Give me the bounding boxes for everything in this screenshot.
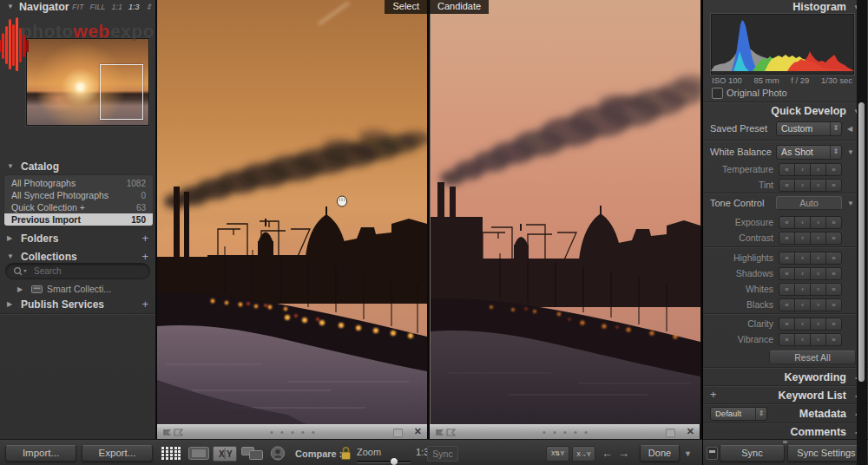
quick-develop-title[interactable]: Quick Develop <box>771 105 846 117</box>
panel-resize-handle[interactable] <box>783 441 787 443</box>
decrease-button[interactable]: ‹ <box>795 299 810 311</box>
original-photo-checkbox[interactable] <box>712 88 723 99</box>
auto-tone-button[interactable]: Auto <box>776 196 842 210</box>
folders-triangle-icon[interactable]: ▶ <box>7 235 12 242</box>
increase-button[interactable]: › <box>811 232 825 244</box>
photo-candidate[interactable] <box>430 0 700 424</box>
scrollbar-thumb[interactable] <box>858 102 865 382</box>
decrease-large-button[interactable]: « <box>779 252 794 264</box>
increase-button[interactable]: › <box>811 252 825 264</box>
people-view-icon[interactable] <box>270 446 286 461</box>
zoom-ratio-updown-icon[interactable]: ⇕ <box>145 3 152 11</box>
catalog-item-previous-import[interactable]: Previous Import 150 <box>4 213 153 226</box>
collapse-triangle-icon[interactable]: ▼ <box>7 3 14 10</box>
zoom-slider-track[interactable] <box>357 461 411 463</box>
increase-large-button[interactable]: » <box>826 268 841 279</box>
add-folder-button[interactable]: + <box>141 232 148 245</box>
decrease-large-button[interactable]: « <box>779 180 794 191</box>
decrease-large-button[interactable]: « <box>779 284 794 295</box>
compare-view-icon[interactable]: X Y <box>213 446 237 462</box>
catalog-item-all-synced[interactable]: All Synced Photographs 0 <box>4 189 153 201</box>
rating-dots[interactable] <box>270 431 314 434</box>
decrease-button[interactable]: ‹ <box>795 232 810 244</box>
decrease-button[interactable]: ‹ <box>795 268 810 279</box>
increase-button[interactable]: › <box>811 284 825 295</box>
smart-collections-triangle-icon[interactable]: ▶ <box>17 286 23 293</box>
zoom-mode-1-3[interactable]: 1:3 <box>128 3 140 11</box>
increase-large-button[interactable]: » <box>826 180 841 191</box>
import-button[interactable]: Import... <box>5 445 76 462</box>
keywording-title[interactable]: Keywording <box>784 371 846 383</box>
toolbar-sync-button[interactable]: Sync <box>427 446 458 462</box>
increase-large-button[interactable]: » <box>826 284 841 295</box>
make-select-button[interactable]: X→Y <box>572 446 595 462</box>
increase-large-button[interactable]: » <box>826 299 841 311</box>
collections-header[interactable]: ▼ Collections + <box>0 250 155 264</box>
saved-preset-expand-icon[interactable]: ◀ <box>847 125 852 133</box>
decrease-large-button[interactable]: « <box>779 334 794 345</box>
collections-triangle-icon[interactable]: ▼ <box>7 253 14 260</box>
increase-button[interactable]: › <box>811 217 825 228</box>
metadata-title[interactable]: Metadata <box>799 408 846 420</box>
flag-icons[interactable] <box>162 429 187 437</box>
increase-button[interactable]: › <box>811 268 825 279</box>
zoom-mode-1-1[interactable]: 1:1 <box>111 3 122 11</box>
decrease-large-button[interactable]: « <box>779 318 794 330</box>
increase-button[interactable]: › <box>811 334 825 345</box>
increase-button[interactable]: › <box>811 180 825 191</box>
increase-large-button[interactable]: » <box>826 217 841 228</box>
decrease-large-button[interactable]: « <box>779 232 794 244</box>
increase-button[interactable]: › <box>811 299 825 311</box>
previous-photo-button[interactable]: ← <box>602 448 613 459</box>
decrease-large-button[interactable]: « <box>779 217 794 228</box>
sync-mode-toggle[interactable] <box>707 447 718 460</box>
export-button[interactable]: Export... <box>82 445 153 462</box>
deselect-photo-button[interactable]: ✕ <box>687 426 694 437</box>
deselect-photo-button[interactable]: ✕ <box>414 426 422 437</box>
tone-control-collapse-icon[interactable]: ▼ <box>847 200 854 207</box>
panel-scrollbar[interactable] <box>857 0 867 465</box>
metadata-preset-dropdown[interactable]: Default ⇕ <box>710 407 767 421</box>
grid-view-icon[interactable] <box>161 447 181 460</box>
catalog-triangle-icon[interactable]: ▼ <box>7 163 14 170</box>
lock-icon[interactable] <box>340 446 352 461</box>
zoom-mode-fill[interactable]: FILL <box>89 3 105 11</box>
rating-dots[interactable] <box>542 431 587 434</box>
catalog-item-all-photographs[interactable]: All Photographs 1082 <box>4 177 153 189</box>
decrease-button[interactable]: ‹ <box>795 252 810 264</box>
increase-large-button[interactable]: » <box>826 164 841 175</box>
increase-large-button[interactable]: » <box>826 318 841 330</box>
decrease-large-button[interactable]: « <box>779 299 794 311</box>
reset-all-button[interactable]: Reset All <box>769 350 856 364</box>
folders-header[interactable]: ▶ Folders + <box>0 232 155 246</box>
decrease-large-button[interactable]: « <box>779 268 794 279</box>
publish-triangle-icon[interactable]: ▶ <box>7 301 12 308</box>
decrease-large-button[interactable]: « <box>779 164 794 175</box>
keyword-list-title[interactable]: Keyword List <box>779 390 847 402</box>
add-publish-service-button[interactable]: + <box>141 298 148 311</box>
next-photo-button[interactable]: → <box>618 448 629 459</box>
saved-preset-dropdown[interactable]: Custom ⇕ <box>776 121 842 136</box>
add-keyword-button[interactable]: + <box>710 388 717 401</box>
collections-search[interactable] <box>5 263 150 279</box>
decrease-button[interactable]: ‹ <box>795 164 810 175</box>
loupe-view-icon[interactable] <box>188 447 209 460</box>
increase-large-button[interactable]: » <box>826 334 841 345</box>
search-input[interactable] <box>32 265 140 278</box>
swap-select-candidate-button[interactable]: X⇅Y <box>546 446 569 462</box>
sync-settings-button[interactable]: Sync Settings <box>787 445 865 462</box>
catalog-header[interactable]: ▼ Catalog <box>0 160 155 174</box>
comments-title[interactable]: Comments <box>790 426 846 438</box>
decrease-button[interactable]: ‹ <box>795 318 810 330</box>
decrease-button[interactable]: ‹ <box>795 334 810 345</box>
decrease-button[interactable]: ‹ <box>795 284 810 295</box>
increase-button[interactable]: › <box>811 318 825 330</box>
done-button[interactable]: Done <box>640 445 680 462</box>
survey-view-icon[interactable] <box>241 447 264 460</box>
photo-select[interactable] <box>157 0 427 424</box>
decrease-button[interactable]: ‹ <box>795 217 810 228</box>
smart-collections-row[interactable]: ▶ Smart Collecti... <box>0 283 155 296</box>
catalog-item-quick-collection[interactable]: Quick Collection + 63 <box>4 201 153 213</box>
white-balance-dropdown[interactable]: As Shot ⇕ <box>776 145 842 160</box>
increase-large-button[interactable]: » <box>826 232 841 244</box>
